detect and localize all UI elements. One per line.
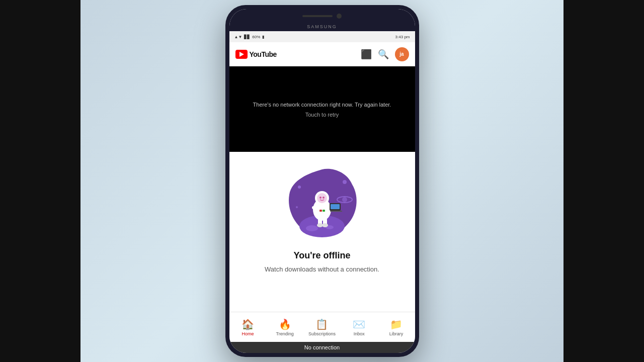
home-label: Home (242, 331, 254, 336)
status-time: 3:43 pm (395, 35, 410, 39)
nav-inbox[interactable]: ✉️ Inbox (341, 318, 378, 336)
inbox-icon: ✉️ (353, 318, 365, 330)
svg-rect-11 (331, 204, 340, 209)
no-connection-bar: No connection (229, 342, 415, 353)
nav-subscriptions[interactable]: 📋 Subscriptions (303, 318, 341, 336)
signal-icon: ▲▼ (234, 35, 243, 39)
youtube-play-icon (235, 50, 248, 59)
svg-rect-17 (319, 210, 322, 212)
inbox-label: Inbox (354, 331, 365, 336)
svg-point-1 (306, 225, 318, 231)
front-camera (337, 14, 342, 19)
library-icon: 📁 (390, 318, 403, 330)
youtube-logo: YouTube (235, 50, 277, 59)
camera-icon[interactable]: ⬛ (361, 49, 372, 60)
nav-home[interactable]: 🏠 Home (229, 318, 267, 336)
svg-rect-18 (323, 210, 325, 212)
nav-trending[interactable]: 🔥 Trending (266, 318, 303, 336)
center-bg: SAMSUNG ▲▼ ▊▊ 60% ▮ 3:43 pm (80, 0, 564, 362)
offline-title: You're offline (294, 250, 351, 261)
speaker-grille (302, 15, 333, 17)
youtube-text: YouTube (250, 50, 277, 58)
battery-percent: 60% (252, 35, 260, 39)
subscriptions-icon: 📋 (315, 318, 328, 330)
offline-illustration (282, 162, 362, 242)
search-icon[interactable]: 🔍 (378, 49, 389, 60)
svg-point-6 (319, 197, 321, 199)
offline-svg (282, 162, 362, 242)
status-bar: ▲▼ ▊▊ 60% ▮ 3:43 pm (229, 31, 415, 42)
library-label: Library (389, 331, 404, 336)
svg-rect-8 (312, 206, 317, 209)
main-content: You're offline Watch downloads without a… (229, 152, 415, 312)
svg-rect-12 (330, 211, 342, 212)
status-left: ▲▼ ▊▊ 60% ▮ (234, 35, 265, 39)
svg-point-19 (298, 186, 301, 189)
bottom-nav: 🏠 Home 🔥 Trending 📋 Subscriptions ✉️ Inb… (229, 312, 415, 342)
subscriptions-label: Subscriptions (308, 331, 336, 336)
svg-point-5 (317, 193, 327, 203)
right-panel (564, 0, 644, 362)
svg-point-21 (296, 206, 298, 208)
phone-inner: SAMSUNG ▲▼ ▊▊ 60% ▮ 3:43 pm (229, 9, 415, 353)
youtube-header: YouTube ⬛ 🔍 ja (229, 42, 415, 66)
header-icons: ⬛ 🔍 ja (361, 47, 409, 61)
video-player-area[interactable]: There's no network connection right now.… (229, 66, 415, 152)
svg-point-20 (343, 180, 347, 184)
battery-icon: ▮ (262, 35, 264, 39)
wifi-icon: ▊▊ (244, 35, 250, 39)
user-avatar[interactable]: ja (395, 47, 409, 61)
samsung-label: SAMSUNG (229, 23, 415, 31)
svg-point-16 (322, 223, 328, 227)
network-error-text: There's no network connection right now.… (253, 101, 391, 109)
phone-frame: SAMSUNG ▲▼ ▊▊ 60% ▮ 3:43 pm (225, 5, 419, 357)
trending-label: Trending (276, 331, 294, 336)
offline-subtitle: Watch downloads without a connection. (250, 265, 394, 274)
svg-point-23 (342, 197, 347, 202)
left-panel (0, 0, 80, 362)
phone-top-bar (229, 9, 415, 23)
svg-point-7 (323, 197, 325, 199)
play-triangle (239, 52, 244, 57)
home-icon: 🏠 (242, 318, 254, 330)
touch-retry-text[interactable]: Touch to retry (305, 112, 339, 118)
nav-library[interactable]: 📁 Library (378, 318, 415, 336)
trending-icon: 🔥 (279, 318, 291, 330)
